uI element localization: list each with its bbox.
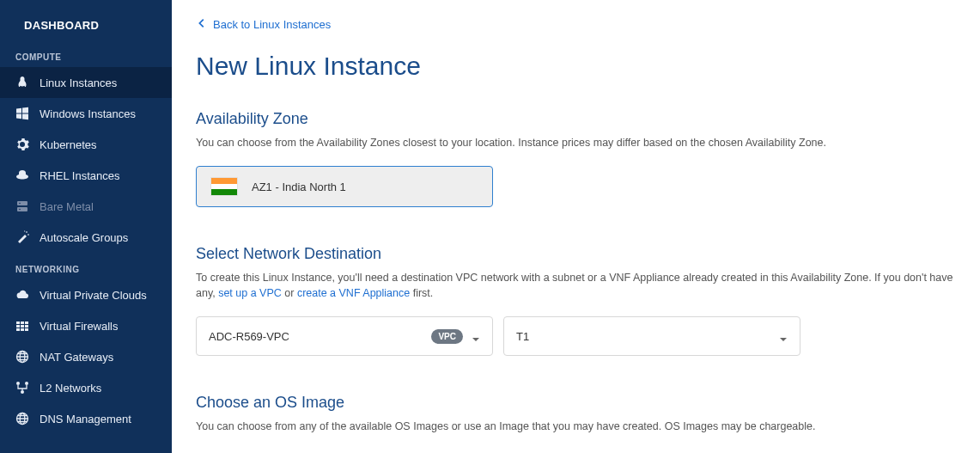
svg-rect-4 [17, 201, 27, 205]
sidebar: DASHBOARD COMPUTE Linux InstancesWindows… [0, 0, 172, 453]
sidebar-item-virtual-firewalls[interactable]: Virtual Firewalls [0, 310, 172, 341]
svg-rect-5 [17, 207, 27, 211]
india-flag-icon [210, 177, 238, 196]
sidebar-dashboard-label: DASHBOARD [24, 19, 99, 32]
sidebar-item-label: Linux Instances [40, 77, 117, 89]
hat-icon [15, 168, 29, 182]
globe-icon [15, 350, 29, 364]
wand-icon [15, 230, 29, 244]
sidebar-item-label: Autoscale Groups [40, 231, 128, 244]
page-title: New Linux Instance [196, 52, 956, 81]
windows-icon [15, 107, 29, 120]
sidebar-item-linux-instances[interactable]: Linux Instances [0, 67, 172, 98]
gear-icon [15, 138, 29, 151]
os-heading: Choose an OS Image [196, 394, 956, 412]
network-description: To create this Linux Instance, you'll ne… [196, 270, 956, 301]
sidebar-item-label: Kubernetes [40, 138, 97, 151]
linux-icon [15, 76, 29, 89]
sidebar-item-label: NAT Gateways [40, 351, 113, 364]
sidebar-item-label: Windows Instances [40, 107, 136, 120]
vpc-select[interactable]: ADC-R569-VPC VPC [196, 316, 493, 356]
sidebar-item-label: DNS Management [40, 413, 131, 425]
sidebar-item-windows-instances[interactable]: Windows Instances [0, 98, 172, 129]
globe-icon [15, 412, 29, 425]
server-icon [15, 199, 29, 213]
svg-point-10 [16, 382, 20, 385]
sidebar-item-label: Bare Metal [40, 200, 94, 213]
network-heading: Select Network Destination [196, 245, 956, 263]
back-link-label: Back to Linux Instances [213, 18, 331, 31]
svg-point-7 [19, 209, 21, 211]
sidebar-item-dns-management[interactable]: DNS Management [0, 403, 172, 434]
back-to-linux-instances-link[interactable]: Back to Linux Instances [196, 17, 331, 32]
arrow-left-icon [196, 17, 208, 32]
sidebar-item-dashboard[interactable]: DASHBOARD [0, 9, 172, 40]
sidebar-item-label: Virtual Firewalls [40, 320, 119, 333]
az-card-label: AZ1 - India North 1 [252, 181, 346, 193]
firewall-icon [15, 319, 29, 333]
os-tabs: AZ1-SPECIAL-OS [196, 450, 956, 454]
tab-az1-special-os[interactable]: AZ1-SPECIAL-OS [196, 450, 309, 454]
sidebar-item-l2-networks[interactable]: L2 Networks [0, 372, 172, 403]
sidebar-section-networking: NETWORKING [0, 253, 172, 279]
sidebar-item-rhel-instances[interactable]: RHEL Instances [0, 160, 172, 191]
set-up-vpc-link[interactable]: set up a VPC [218, 287, 282, 299]
sidebar-item-autoscale-groups[interactable]: Autoscale Groups [0, 222, 172, 253]
sidebar-item-kubernetes[interactable]: Kubernetes [0, 129, 172, 160]
main-content: Back to Linux Instances New Linux Instan… [172, 0, 980, 453]
az-heading: Availability Zone [196, 110, 956, 128]
sidebar-item-nat-gateways[interactable]: NAT Gateways [0, 341, 172, 372]
svg-point-11 [25, 382, 28, 385]
chevron-down-icon [779, 332, 788, 340]
os-description: You can choose from any of the available… [196, 419, 956, 434]
sidebar-item-bare-metal[interactable]: Bare Metal [0, 191, 172, 222]
sidebar-section-compute: COMPUTE [0, 40, 172, 67]
sidebar-item-label: Virtual Private Clouds [40, 289, 147, 302]
subnet-select[interactable]: T1 [503, 316, 800, 356]
cloud-icon [15, 288, 29, 302]
vpc-select-value: ADC-R569-VPC [209, 330, 289, 343]
create-vnf-appliance-link[interactable]: create a VNF Appliance [297, 287, 410, 299]
az-card-india-north-1[interactable]: AZ1 - India North 1 [196, 166, 493, 207]
svg-point-12 [21, 390, 24, 394]
sidebar-item-label: RHEL Instances [40, 169, 119, 182]
vpc-badge: VPC [431, 329, 463, 344]
subnet-select-value: T1 [516, 330, 529, 343]
az-description: You can choose from the Availability Zon… [196, 135, 956, 150]
svg-point-6 [19, 203, 21, 205]
diagram-icon [15, 381, 29, 395]
chevron-down-icon [472, 332, 480, 340]
sidebar-item-virtual-private-clouds[interactable]: Virtual Private Clouds [0, 279, 172, 310]
sidebar-item-label: L2 Networks [40, 382, 101, 395]
